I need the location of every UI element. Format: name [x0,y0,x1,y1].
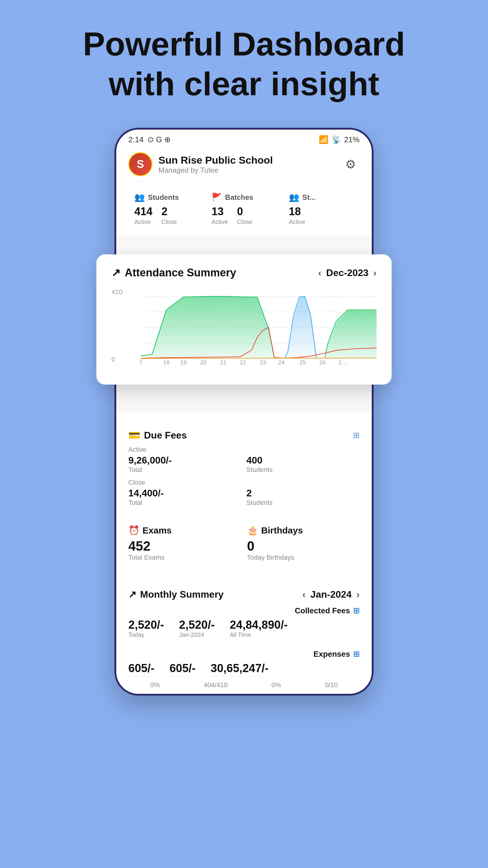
stats-row: 👥 Students 414 Active 2 Close [116,181,372,237]
birthdays-icon: 🎂 [247,525,258,535]
status-time: 2:14 [128,135,144,144]
attendance-data-row: 0% 404/410 0% 0/10 [116,676,372,694]
next-month-button[interactable]: › [373,267,377,278]
school-name: Sun Rise Public School [158,154,273,166]
batches-close-count: 0 [237,205,253,218]
collected-fees-section: Collected Fees ⊞ 2,520/- Today 2,520/- J… [128,606,360,638]
svg-text:25: 25 [299,359,306,366]
batches-icon: 🚩 [212,192,222,202]
stat-students[interactable]: 👥 Students 414 Active 2 Close [128,187,205,230]
svg-text:24: 24 [278,359,285,366]
svg-text:26: 26 [319,359,326,366]
prev-month-button[interactable]: ‹ [318,267,321,278]
phone-mockup: ↗ Attendance Summery ‹ Dec-2023 › 410 0 [115,128,373,695]
exams-icon: ⏰ [128,525,139,535]
monthly-prev-button[interactable]: ‹ [302,589,306,600]
svg-text:7: 7 [139,359,142,366]
app-header: S Sun Rise Public School Managed by Tufe… [116,147,372,181]
students-close-label: Close [161,218,177,225]
students-label: Students [148,193,179,202]
expenses-link[interactable]: ⊞ [353,650,360,659]
school-info: S Sun Rise Public School Managed by Tufe… [128,152,273,176]
fees-close-students: 2 Students [247,478,360,507]
battery-percent: 21% [344,135,360,144]
monthly-next-button[interactable]: › [356,589,360,600]
due-fees-link[interactable]: ⊞ [353,431,360,440]
month-navigation[interactable]: ‹ Dec-2023 › [318,267,377,278]
school-managed-by: Managed by Tufee [158,166,273,175]
staff-active-label: Active [289,218,305,225]
monthly-summary-title: ↗ Monthly Summery [128,589,224,600]
due-fees-title: 💳 Due Fees [128,430,187,441]
monthly-trend-icon: ↗ [128,589,136,600]
svg-text:19: 19 [180,359,187,366]
fees-close-block: Close 14,400/- Total [128,478,241,507]
students-active-count: 414 [134,205,153,218]
batches-active-label: Active [212,218,228,225]
batches-active-count: 13 [212,205,228,218]
svg-text:23: 23 [260,359,266,366]
fees-active-block: Active 9,26,000/- Total [128,446,241,474]
svg-text:22: 22 [240,359,246,366]
svg-text:2...: 2... [338,359,347,366]
staff-icon: 👥 [289,192,299,202]
status-icons: ⊙ G ⊕ [147,135,171,144]
students-close-count: 2 [161,205,177,218]
fees-month-block: 2,520/- Jan-2024 [179,618,215,638]
chart-svg: 7 18 19 20 21 22 23 24 25 26 2... [127,288,377,373]
batches-label: Batches [225,193,253,202]
staff-label: St... [302,193,316,202]
y-max-label: 410 [111,288,123,296]
phone-frame: 2:14 ⊙ G ⊕ 📶 📡 21% S Sun Rise Public Sch… [115,128,373,695]
svg-text:18: 18 [163,359,170,366]
birthdays-block: 🎂 Birthdays 0 Today Birthdays [247,525,360,561]
due-fees-icon: 💳 [128,430,140,441]
svg-text:20: 20 [200,359,206,366]
collected-fees-link[interactable]: ⊞ [353,606,360,615]
attendance-chart: 410 0 [111,288,377,373]
signal-icon: 📡 [331,135,341,144]
batches-close-label: Close [237,218,253,225]
section-divider [128,644,360,645]
hero-title: Powerful Dashboard with clear insight [83,24,405,104]
students-active-label: Active [134,218,153,225]
fees-alltime-block: 24,84,890/- All Time [230,618,288,638]
due-fees-section: 💳 Due Fees ⊞ Active 9,26,000/- Total 400 [128,421,360,516]
fees-today-block: 2,520/- Today [128,618,164,638]
stat-batches[interactable]: 🚩 Batches 13 Active 0 Close [205,187,283,230]
trend-icon: ↗ [111,267,121,279]
exams-birthdays-row: ⏰ Exams 452 Total Exams 🎂 Birthdays 0 To… [128,516,360,570]
attendance-card: ↗ Attendance Summery ‹ Dec-2023 › 410 0 [96,254,392,384]
y-min-label: 0 [111,355,115,364]
monthly-current-month: Jan-2024 [310,589,352,600]
current-month: Dec-2023 [326,267,369,278]
attendance-title: ↗ Attendance Summery [111,267,236,279]
wifi-icon: 📶 [319,135,328,144]
phone-bottom-content: 💳 Due Fees ⊞ Active 9,26,000/- Total 400 [116,411,372,580]
monthly-month-nav[interactable]: ‹ Jan-2024 › [302,589,360,600]
svg-text:21: 21 [220,359,226,366]
staff-active-count: 18 [289,205,305,218]
students-icon: 👥 [134,192,145,202]
school-logo: S [128,152,153,176]
settings-button[interactable]: ⚙ [341,155,360,173]
status-bar: 2:14 ⊙ G ⊕ 📶 📡 21% [116,130,372,147]
stat-staff[interactable]: 👥 St... 18 Active [283,187,360,230]
fees-active-students: 400 Students [247,446,360,474]
exams-block: ⏰ Exams 452 Total Exams [128,525,241,561]
fees-grid: Active 9,26,000/- Total 400 Students Clo… [128,446,360,507]
